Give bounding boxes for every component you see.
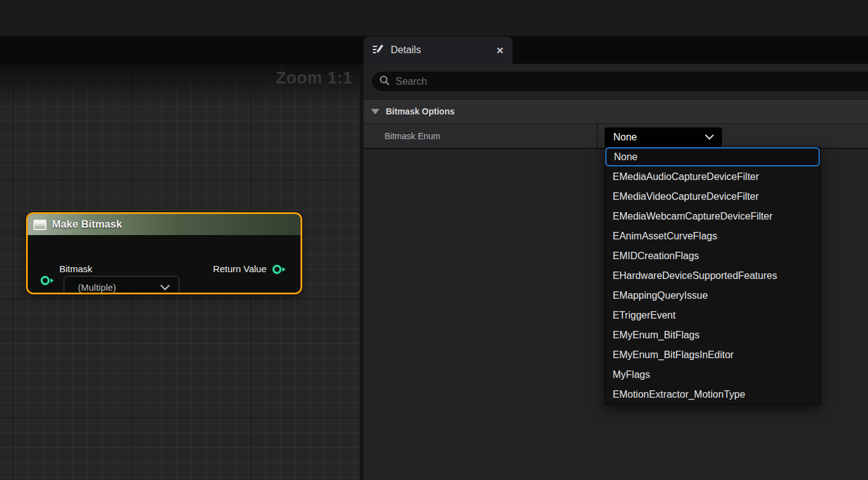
input-pin-label: Bitmask [59, 264, 92, 274]
enum-option[interactable]: EMotionExtractor_MotionType [605, 385, 820, 405]
enum-option[interactable]: EMyEnum_BitFlagsInEditor [605, 345, 820, 365]
node-header[interactable]: Make Bitmask [28, 214, 300, 235]
output-pin-label: Return Value [213, 264, 266, 274]
editor-top-bar [0, 0, 868, 36]
bitmask-value-text: (Multiple) [78, 282, 160, 293]
bitmask-options-section-header[interactable]: Bitmask Options [364, 99, 868, 124]
make-bitmask-node[interactable]: Make Bitmask Bitmask Return Value (Multi… [26, 212, 302, 294]
search-placeholder: Search [396, 76, 427, 87]
enum-option[interactable]: EMyEnum_BitFlags [605, 325, 820, 345]
enum-option[interactable]: MyFlags [605, 365, 820, 385]
enum-option[interactable]: EMediaWebcamCaptureDeviceFilter [605, 207, 820, 226]
bitmask-enum-dropdown[interactable]: None [605, 127, 722, 147]
make-struct-icon [33, 220, 46, 230]
search-input[interactable]: Search [372, 72, 868, 91]
property-label: Bitmask Enum [385, 131, 440, 141]
bitmask-value-dropdown[interactable]: (Multiple) [64, 276, 179, 294]
column-splitter[interactable] [597, 124, 598, 148]
chevron-down-icon [160, 285, 170, 290]
enum-option[interactable]: EMediaVideoCaptureDeviceFilter [605, 187, 820, 207]
node-title: Make Bitmask [52, 218, 122, 231]
chevron-down-icon [705, 134, 714, 140]
input-pin-icon[interactable] [40, 275, 55, 289]
bitmask-enum-property-row: Bitmask Enum None [364, 124, 868, 149]
output-pin-icon[interactable] [271, 264, 287, 278]
details-icon [371, 42, 385, 58]
enum-option[interactable]: None [605, 147, 820, 166]
zoom-level-indicator: Zoom 1:1 [276, 69, 352, 88]
details-tab-title: Details [391, 45, 421, 56]
expander-arrow-icon[interactable] [371, 109, 380, 114]
search-icon [379, 75, 390, 88]
bitmask-enum-value: None [613, 132, 705, 143]
enum-option[interactable]: EAnimAssetCurveFlags [605, 226, 820, 246]
details-panel: Search Bitmask Options Bitmask Enum None… [364, 64, 868, 480]
details-tab[interactable]: Details ✕ [364, 36, 513, 64]
blueprint-graph-canvas[interactable]: Zoom 1:1 Make Bitmask Bitmask Return Val… [0, 64, 360, 480]
enum-option[interactable]: ETriggerEvent [605, 306, 820, 325]
node-body: Bitmask Return Value (Multiple) [28, 235, 300, 293]
close-icon[interactable]: ✕ [496, 46, 504, 55]
enum-options-list: NoneEMediaAudioCaptureDeviceFilterEMedia… [605, 147, 820, 405]
enum-option[interactable]: EMappingQueryIssue [605, 286, 820, 306]
enum-option[interactable]: EHardwareDeviceSupportedFeatures [605, 266, 820, 286]
search-row: Search [364, 64, 868, 99]
section-title: Bitmask Options [386, 106, 454, 116]
enum-option[interactable]: EMediaAudioCaptureDeviceFilter [605, 167, 820, 187]
enum-option[interactable]: EMIDCreationFlags [605, 246, 820, 266]
